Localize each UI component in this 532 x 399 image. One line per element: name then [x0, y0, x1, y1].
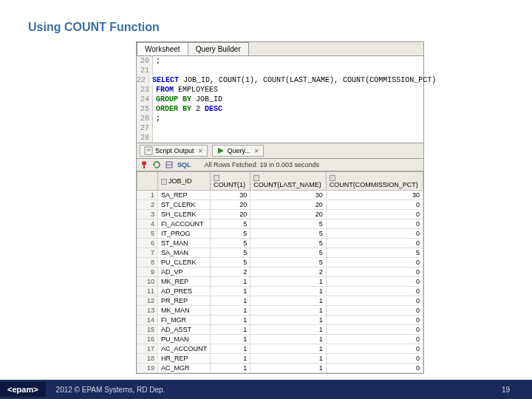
cell[interactable]: 1	[211, 296, 250, 306]
cell[interactable]: 1	[250, 287, 327, 296]
cell[interactable]: 0	[326, 354, 423, 364]
cell[interactable]: FI_MGR	[158, 316, 211, 325]
column-header[interactable]: COUNT(1)	[211, 172, 250, 191]
cell[interactable]: 1	[250, 344, 327, 354]
cell[interactable]: 1	[250, 277, 327, 287]
table-row[interactable]: 19AC_MGR110	[137, 364, 423, 373]
cell[interactable]: 1	[211, 306, 250, 316]
cell[interactable]: AC_ACCOUNT	[158, 344, 211, 354]
table-row[interactable]: 17AC_ACCOUNT110	[137, 344, 423, 354]
code-line[interactable]: GROUP BY JOB_ID	[153, 95, 222, 104]
column-header[interactable]: COUNT(LAST_NAME)	[250, 172, 327, 191]
cell[interactable]: 1	[211, 364, 250, 373]
tab-script-output[interactable]: Script Output ✕	[140, 145, 208, 157]
code-line[interactable]: ;	[153, 114, 160, 123]
cell[interactable]: 0	[326, 210, 423, 219]
cell[interactable]: 0	[326, 296, 423, 306]
cell[interactable]: 5	[211, 239, 250, 248]
cell[interactable]: 5	[250, 248, 327, 258]
cell[interactable]: 0	[326, 229, 423, 239]
cell[interactable]: 5	[211, 229, 250, 239]
cell[interactable]: AD_VP	[158, 267, 211, 277]
cell[interactable]: MK_MAN	[158, 306, 211, 316]
table-row[interactable]: 2ST_CLERK20200	[137, 200, 423, 210]
table-row[interactable]: 18HR_REP110	[137, 354, 423, 364]
cell[interactable]: 30	[250, 191, 327, 200]
cell[interactable]: FI_ACCOUNT	[158, 219, 211, 229]
cell[interactable]: AD_ASST	[158, 325, 211, 335]
tab-worksheet[interactable]: Worksheet	[137, 42, 188, 55]
export-icon[interactable]	[165, 160, 174, 169]
cell[interactable]: 0	[326, 287, 423, 296]
results-grid[interactable]: JOB_IDCOUNT(1)COUNT(LAST_NAME)COUNT(COMM…	[137, 171, 423, 373]
table-row[interactable]: 6ST_MAN550	[137, 239, 423, 248]
cell[interactable]: 0	[326, 219, 423, 229]
table-row[interactable]: 7SA_MAN555	[137, 248, 423, 258]
cell[interactable]: SH_CLERK	[158, 210, 211, 219]
code-line[interactable]: ;	[153, 56, 160, 66]
table-row[interactable]: 9AD_VP220	[137, 267, 423, 277]
cell[interactable]: 5	[326, 248, 423, 258]
cell[interactable]: AC_MGR	[158, 364, 211, 373]
cell[interactable]: 0	[326, 258, 423, 267]
cell[interactable]: 1	[250, 296, 327, 306]
cell[interactable]: 5	[211, 248, 250, 258]
cell[interactable]: 20	[250, 210, 327, 219]
cell[interactable]: 5	[250, 219, 327, 229]
cell[interactable]: IT_PROG	[158, 229, 211, 239]
table-row[interactable]: 15AD_ASST110	[137, 325, 423, 335]
column-header[interactable]: JOB_ID	[158, 172, 211, 191]
cell[interactable]: 1	[211, 287, 250, 296]
sql-label[interactable]: SQL	[177, 161, 191, 168]
cell[interactable]: 0	[326, 306, 423, 316]
cell[interactable]: PU_MAN	[158, 335, 211, 344]
cell[interactable]: 1	[211, 344, 250, 354]
cell[interactable]: 5	[250, 239, 327, 248]
code-line[interactable]	[153, 66, 160, 75]
cell[interactable]: 1	[211, 277, 250, 287]
cell[interactable]: 5	[211, 219, 250, 229]
code-line[interactable]: FROM EMPLOYEES	[153, 85, 218, 95]
cell[interactable]: 30	[326, 191, 423, 200]
table-row[interactable]: 8PU_CLERK550	[137, 258, 423, 267]
cell[interactable]: 0	[326, 316, 423, 325]
cell[interactable]: PU_CLERK	[158, 258, 211, 267]
cell[interactable]: 1	[211, 335, 250, 344]
table-row[interactable]: 14FI_MGR110	[137, 316, 423, 325]
refresh-icon[interactable]	[152, 160, 161, 169]
cell[interactable]: 5	[250, 229, 327, 239]
cell[interactable]: 20	[211, 210, 250, 219]
close-icon[interactable]: ✕	[254, 148, 259, 154]
code-line[interactable]	[153, 123, 160, 133]
code-line[interactable]: ORDER BY 2 DESC	[153, 104, 222, 114]
cell[interactable]: 0	[326, 239, 423, 248]
cell[interactable]: 1	[250, 335, 327, 344]
cell[interactable]: 1	[211, 325, 250, 335]
cell[interactable]: 0	[326, 364, 423, 373]
table-row[interactable]: 13MK_MAN110	[137, 306, 423, 316]
cell[interactable]: 0	[326, 267, 423, 277]
table-row[interactable]: 4FI_ACCOUNT550	[137, 219, 423, 229]
code-line[interactable]: SELECT JOB_ID, COUNT(1), COUNT(LAST_NAME…	[149, 75, 436, 85]
cell[interactable]: SA_REP	[158, 191, 211, 200]
table-row[interactable]: 11AD_PRES110	[137, 287, 423, 296]
cell[interactable]: MK_REP	[158, 277, 211, 287]
cell[interactable]: 1	[250, 306, 327, 316]
cell[interactable]: 0	[326, 325, 423, 335]
cell[interactable]: 20	[211, 200, 250, 210]
code-line[interactable]	[153, 133, 160, 143]
cell[interactable]: HR_REP	[158, 354, 211, 364]
cell[interactable]: 1	[250, 364, 327, 373]
cell[interactable]: 1	[211, 354, 250, 364]
tab-query-results[interactable]: Query... ✕	[212, 145, 264, 157]
code-editor[interactable]: 20;21 22SELECT JOB_ID, COUNT(1), COUNT(L…	[137, 56, 423, 143]
cell[interactable]: 5	[250, 258, 327, 267]
cell[interactable]: 2	[250, 267, 327, 277]
cell[interactable]: 2	[211, 267, 250, 277]
cell[interactable]: 0	[326, 335, 423, 344]
cell[interactable]: 1	[211, 316, 250, 325]
cell[interactable]: ST_CLERK	[158, 200, 211, 210]
cell[interactable]: 1	[250, 354, 327, 364]
cell[interactable]: 1	[250, 325, 327, 335]
table-row[interactable]: 12PR_REP110	[137, 296, 423, 306]
